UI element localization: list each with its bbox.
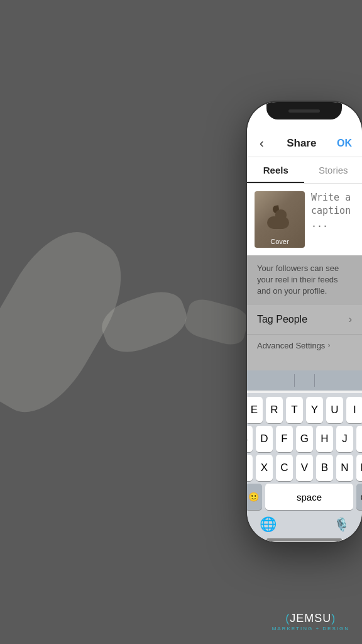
jemsu-subtitle: MARKETING + DESIGN [272, 626, 349, 631]
options-section: Tag People › Advanced Settings › [247, 305, 362, 370]
advanced-chevron-icon: › [327, 341, 330, 350]
back-button[interactable]: ‹ [257, 133, 266, 153]
cover-thumbnail[interactable]: Cover [255, 191, 305, 248]
keyboard-row-2: A S D F G H J K L [250, 426, 359, 452]
key-x[interactable]: X [256, 455, 273, 481]
key-h[interactable]: H [316, 426, 333, 452]
toolbar-divider-2 [314, 374, 315, 387]
key-z[interactable]: Z [247, 455, 253, 481]
caption-section: Cover [247, 184, 362, 255]
toolbar-divider-1 [294, 374, 295, 387]
cover-label: Cover [255, 238, 305, 245]
key-c[interactable]: C [276, 455, 293, 481]
key-t[interactable]: T [286, 397, 303, 423]
ok-button[interactable]: OK [337, 138, 352, 149]
key-s[interactable]: S [247, 426, 253, 452]
key-m[interactable]: M [356, 455, 362, 481]
phone-screen: ‹ Share OK Reels Stories [247, 102, 362, 542]
keyboard-row-bottom: 123 🙂 space @ # [250, 484, 359, 510]
jemsu-logo: ((JEMSU)JEMSU) [272, 612, 349, 625]
key-g[interactable]: G [296, 426, 313, 452]
space-key[interactable]: space [265, 484, 353, 510]
key-k[interactable]: K [356, 426, 362, 452]
key-b[interactable]: B [316, 455, 333, 481]
notch [266, 102, 342, 119]
phone-frame: ‹ Share OK Reels Stories [247, 102, 362, 542]
tab-stories[interactable]: Stories [304, 157, 362, 183]
mic-icon[interactable]: 🎙️ [334, 517, 349, 532]
key-f[interactable]: F [276, 426, 293, 452]
key-e[interactable]: E [247, 397, 263, 423]
keyboard-toolbar [247, 370, 362, 391]
key-j[interactable]: J [336, 426, 353, 452]
speaker [288, 109, 320, 113]
advanced-settings-label: Advanced Settings [257, 341, 325, 350]
caption-input-area[interactable] [305, 191, 354, 248]
emoji-key[interactable]: 🙂 [247, 484, 262, 510]
key-n[interactable]: N [336, 455, 353, 481]
advanced-settings-row[interactable]: Advanced Settings › [247, 335, 362, 357]
info-section: Your followers can see your reel in thei… [247, 255, 362, 305]
key-y[interactable]: Y [306, 397, 323, 423]
key-d[interactable]: D [256, 426, 273, 452]
tag-people-label: Tag People [257, 314, 307, 325]
nav-header: ‹ Share OK [247, 130, 362, 157]
tag-people-row[interactable]: Tag People › [247, 305, 362, 335]
key-r[interactable]: R [266, 397, 283, 423]
tabs-container: Reels Stories [247, 157, 362, 184]
home-indicator [247, 539, 362, 542]
globe-icon[interactable]: 🌐 [260, 516, 277, 533]
keyboard-row-3: ⬆ Z X C V B N M ⌫ [250, 455, 359, 481]
key-v[interactable]: V [296, 455, 313, 481]
caption-input[interactable] [311, 191, 354, 244]
tab-reels[interactable]: Reels [247, 157, 305, 183]
page-title: Share [287, 137, 316, 150]
key-i[interactable]: I [346, 397, 362, 423]
key-at[interactable]: @ [356, 484, 362, 510]
bottom-bar: 🌐 🎙️ [247, 513, 362, 539]
keyboard: Q W E R T Y U I O P A S D F G H J K [247, 393, 362, 513]
info-text: Your followers can see your reel in thei… [257, 263, 352, 297]
dog-silhouette [264, 207, 295, 232]
key-u[interactable]: U [326, 397, 343, 423]
content-area: Cover Your followers can see your reel i… [247, 184, 362, 370]
jemsu-branding: ((JEMSU)JEMSU) MARKETING + DESIGN [272, 612, 349, 631]
chevron-right-icon: › [349, 314, 352, 325]
home-bar [266, 538, 342, 541]
keyboard-row-1: Q W E R T Y U I O P [250, 397, 359, 423]
